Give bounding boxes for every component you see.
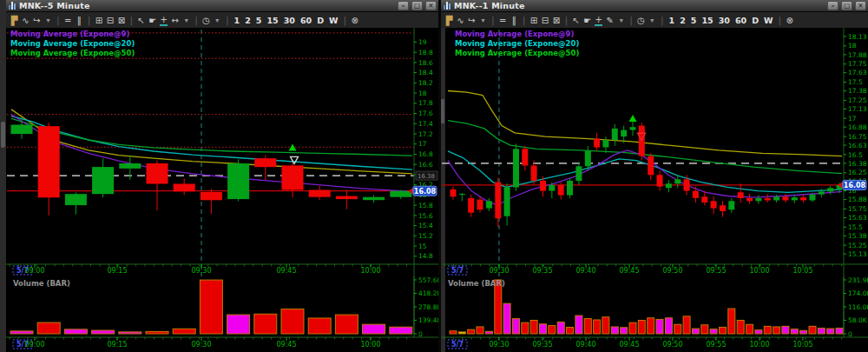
pointer-tool-icon[interactable]: ↖ [572, 16, 580, 25]
vertical-line-icon[interactable]: ‖ [510, 16, 518, 25]
horizontal-line-icon[interactable]: = [499, 16, 507, 25]
close-button[interactable]: ✕ [855, 1, 866, 10]
splitter-handle[interactable] [1, 122, 5, 148]
time-tick-label: 10:05 [792, 341, 812, 349]
candle-body [390, 191, 411, 197]
price-tick-label: 18.2 [418, 79, 433, 87]
crosshair-tool-icon[interactable]: + [595, 15, 602, 26]
dock-splitter[interactable] [441, 28, 445, 352]
price-tick-label: 15.38 [848, 232, 867, 240]
volume-bar [363, 324, 385, 334]
timeframe-button-2[interactable]: 2 [244, 16, 252, 25]
layout-mixed-icon[interactable]: ⊠ [117, 16, 125, 25]
ma-legend-entry: Moving Average (Expone@50) [455, 49, 579, 57]
zigzag-style-icon[interactable]: ∿ [457, 16, 464, 25]
volume-bar [485, 331, 492, 334]
restore-button[interactable]: □ [411, 1, 423, 10]
candle-body [630, 127, 636, 130]
timeframe-button-15[interactable]: 15 [266, 16, 279, 25]
time-tick-label: 09:30 [489, 267, 509, 275]
volume-bar [656, 319, 663, 334]
dropdown-caret-icon[interactable]: ▾ [648, 17, 656, 24]
clock-interval-icon[interactable]: ◷ [637, 16, 645, 25]
timeframe-button-5[interactable]: 5 [255, 16, 263, 25]
price-tick-label: 15.5 [848, 223, 863, 231]
vertical-line-icon[interactable]: ‖ [76, 16, 83, 25]
timeframe-button-30[interactable]: 30 [718, 16, 731, 25]
dropdown-caret-icon[interactable]: ▾ [479, 17, 487, 24]
volume-bar [335, 315, 358, 334]
price-chart[interactable]: Moving Average (Expone@9)Moving Average … [6, 28, 438, 352]
pan-hand-tool-icon[interactable]: ☛ [583, 16, 591, 25]
dock-edge-splitter[interactable] [0, 0, 6, 352]
indicator-flow-icon[interactable]: ↪ [33, 16, 41, 25]
candle-body [147, 163, 168, 184]
clock-interval-icon[interactable]: ◷ [202, 16, 210, 25]
layout-mixed-icon[interactable]: ⊠ [552, 16, 560, 25]
time-tick-label: 09:30 [191, 341, 211, 349]
dropdown-caret-icon[interactable]: ▾ [182, 17, 190, 24]
timeframe-button-1[interactable]: 1 [668, 16, 676, 25]
last-price-label: 16.08 [844, 182, 866, 189]
candle-body [459, 194, 465, 195]
timeframe-button-5[interactable]: 5 [690, 16, 698, 25]
draw-order-icon[interactable]: ▛ [445, 16, 453, 25]
timeframe-button-15[interactable]: 15 [700, 16, 713, 25]
pan-hand-tool-icon[interactable]: ☛ [148, 16, 156, 25]
volume-bar [791, 329, 798, 334]
dropdown-caret-icon[interactable]: ▾ [44, 17, 52, 24]
volume-bar [602, 317, 609, 334]
layout-grid-icon[interactable]: ⊞ [95, 16, 102, 25]
dropdown-caret-icon[interactable]: ▾ [617, 17, 625, 24]
pencil-tool-icon[interactable]: ✎ [606, 16, 614, 25]
pointer-tool-icon[interactable]: ↖ [137, 16, 145, 25]
timeframe-button-W[interactable]: W [763, 16, 773, 25]
layout-grid-icon[interactable]: ⊞ [529, 16, 537, 25]
candle-body [11, 125, 33, 135]
minimize-button[interactable]: – [398, 1, 409, 10]
horizontal-line-icon[interactable]: = [64, 16, 72, 25]
titlebar[interactable]: MNK--5 Minute –□✕ [6, 0, 438, 12]
timeframe-button-D[interactable]: D [316, 16, 325, 25]
volume-bar [710, 329, 717, 334]
toolbar-separator: | [523, 15, 526, 26]
zigzag-style-icon[interactable]: ∿ [22, 16, 30, 25]
settings-icon[interactable]: ⊗ [786, 16, 793, 25]
minimize-button[interactable]: – [827, 1, 838, 10]
timeframe-button-1[interactable]: 1 [233, 16, 241, 25]
layout-rows-icon[interactable]: ⊟ [541, 16, 549, 25]
candle-body [282, 165, 304, 189]
trendline-tool-icon[interactable]: ↔ [171, 16, 179, 25]
price-tick-label: 15.6 [418, 212, 433, 220]
indicator-flow-icon[interactable]: ↪ [468, 16, 476, 25]
price-chart[interactable]: Moving Average (Expone@9)Moving Average … [441, 28, 868, 352]
candle-body [174, 184, 195, 192]
restore-button[interactable]: □ [841, 1, 852, 10]
close-button[interactable]: ✕ [425, 1, 437, 10]
volume-bar [584, 319, 591, 334]
price-tick-label: 17.2 [418, 130, 433, 138]
candle-body [38, 126, 60, 197]
price-tick-label: 15.75 [848, 205, 867, 213]
timeframe-button-D[interactable]: D [751, 16, 760, 25]
time-tick-label: 10:00 [360, 341, 380, 349]
timeframe-button-2[interactable]: 2 [679, 16, 687, 25]
layout-rows-icon[interactable]: ⊟ [106, 16, 114, 25]
price-tick-label: 15.4 [418, 222, 433, 229]
crosshair-tool-icon[interactable]: + [160, 15, 168, 26]
timeframe-button-60[interactable]: 60 [299, 16, 312, 25]
settings-icon[interactable]: ⊗ [351, 16, 358, 25]
titlebar[interactable]: MNK--1 Minute –□✕ [441, 0, 868, 12]
volume-bar [683, 316, 690, 334]
splitter-handle[interactable] [441, 99, 444, 123]
timeframe-button-60[interactable]: 60 [734, 16, 747, 25]
volume-tick-label: 418.2K [418, 289, 438, 297]
candle-body [684, 179, 690, 190]
volume-bar [720, 328, 727, 335]
timeframe-button-30[interactable]: 30 [283, 16, 296, 25]
timeframe-button-W[interactable]: W [328, 16, 339, 25]
draw-order-icon[interactable]: ▛ [10, 16, 18, 25]
price-tick-label: 17.88 [848, 51, 867, 59]
dropdown-caret-icon[interactable]: ▾ [214, 17, 221, 24]
volume-bar [468, 329, 475, 334]
